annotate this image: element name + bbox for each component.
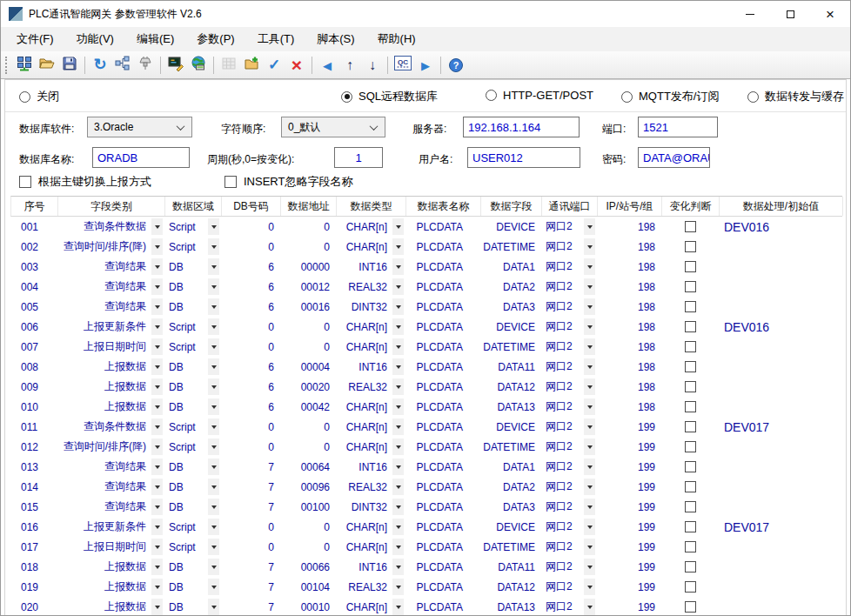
cell-data-type[interactable]: INT16	[336, 457, 405, 477]
cell-station[interactable]: 198	[597, 277, 661, 297]
cell-data-area[interactable]: DB	[164, 457, 221, 477]
cell-data-field[interactable]: DATA3	[480, 297, 541, 317]
cell-data-field[interactable]: DEVICE	[480, 217, 541, 237]
dropdown-button[interactable]	[392, 579, 404, 595]
cell-data-field[interactable]: DATA12	[480, 377, 541, 397]
dropdown-button[interactable]	[392, 559, 404, 575]
menu-item-help[interactable]: 帮助(H)	[366, 27, 427, 51]
toolbar-cancel-button[interactable]: ×	[285, 54, 308, 77]
cell-station[interactable]: 199	[597, 517, 661, 537]
cell-db-number[interactable]: 6	[221, 297, 280, 317]
cell-init-value[interactable]	[719, 497, 842, 517]
toolbar-folder-add-button[interactable]	[240, 54, 263, 77]
menu-item-tool[interactable]: 工具(T)	[246, 27, 306, 51]
cell-table-name[interactable]: PLCDATA	[405, 337, 480, 357]
cell-init-value[interactable]	[719, 277, 842, 297]
period-input[interactable]: 1	[334, 147, 383, 168]
change-checkbox[interactable]	[685, 581, 696, 593]
column-header[interactable]: 数据区域	[165, 197, 222, 216]
dropdown-button[interactable]	[584, 278, 595, 295]
cell-comm-port[interactable]: 网口2	[541, 377, 597, 397]
cell-data-address[interactable]: 00066	[280, 557, 336, 577]
dropdown-button[interactable]	[151, 539, 163, 555]
dropdown-button[interactable]	[208, 258, 219, 275]
dropdown-button[interactable]	[584, 579, 595, 595]
dropdown-button[interactable]	[584, 418, 595, 435]
cell-db-number[interactable]: 0	[221, 317, 280, 337]
cell-data-address[interactable]: 0	[280, 217, 336, 237]
cell-data-type[interactable]: CHAR[n]	[336, 337, 405, 357]
dropdown-button[interactable]	[208, 418, 219, 435]
dropdown-button[interactable]	[151, 278, 163, 295]
dropdown-button[interactable]	[151, 479, 163, 495]
dropdown-button[interactable]	[584, 559, 595, 575]
cell-data-field[interactable]: DEVICE	[480, 317, 541, 337]
cell-comm-port[interactable]: 网口2	[541, 237, 597, 257]
cell-comm-port[interactable]: 网口2	[541, 537, 597, 557]
dropdown-button[interactable]	[584, 338, 595, 355]
cell-init-value[interactable]	[719, 537, 842, 557]
cell-station[interactable]: 198	[597, 357, 661, 377]
cell-data-area[interactable]: Script	[164, 217, 221, 237]
cell-comm-port[interactable]: 网口2	[541, 277, 597, 297]
change-checkbox[interactable]	[685, 361, 696, 372]
cell-init-value[interactable]	[719, 297, 842, 317]
menu-item-param[interactable]: 参数(P)	[185, 27, 245, 51]
cell-station[interactable]: 199	[597, 477, 661, 497]
cell-comm-port[interactable]: 网口2	[541, 417, 597, 437]
cell-data-field[interactable]: DEVICE	[480, 417, 541, 437]
cell-data-type[interactable]: DINT32	[336, 297, 405, 317]
dropdown-button[interactable]	[208, 599, 219, 615]
dropdown-button[interactable]	[151, 398, 163, 415]
cell-field-category[interactable]: 上报数据	[57, 597, 164, 615]
cell-db-number[interactable]: 7	[221, 457, 280, 477]
cell-field-category[interactable]: 上报数据	[57, 357, 164, 377]
cell-data-area[interactable]: Script	[164, 417, 221, 437]
cell-init-value[interactable]	[719, 397, 842, 417]
cell-field-category[interactable]: 上报更新条件	[57, 517, 164, 537]
cell-station[interactable]: 198	[597, 317, 661, 337]
toolbar-open-button[interactable]	[36, 54, 58, 77]
cell-table-name[interactable]: PLCDATA	[405, 557, 480, 577]
cell-data-area[interactable]: Script	[164, 437, 221, 457]
dropdown-button[interactable]	[208, 398, 219, 415]
dropdown-button[interactable]	[208, 358, 219, 375]
cell-data-area[interactable]: DB	[164, 277, 221, 297]
cell-table-name[interactable]: PLCDATA	[405, 497, 480, 517]
cell-table-name[interactable]: PLCDATA	[405, 517, 480, 537]
toolbar-arrow-down-button[interactable]: ↓	[361, 54, 384, 77]
column-header[interactable]: 字段类别	[58, 197, 165, 216]
cell-data-type[interactable]: REAL32	[336, 577, 405, 597]
dropdown-button[interactable]	[208, 539, 219, 555]
cell-data-field[interactable]: DATA11	[480, 557, 541, 577]
dropdown-button[interactable]	[584, 499, 595, 515]
dropdown-button[interactable]	[151, 559, 163, 575]
dropdown-button[interactable]	[584, 459, 595, 475]
toolbar-save-button[interactable]	[58, 54, 81, 77]
toolbar-connect-button[interactable]	[13, 54, 36, 77]
cell-data-address[interactable]: 0	[280, 517, 336, 537]
cell-db-number[interactable]: 0	[221, 217, 280, 237]
column-header[interactable]: 序号	[11, 197, 58, 216]
cell-db-number[interactable]: 7	[221, 557, 280, 577]
cell-data-address[interactable]: 00096	[280, 477, 336, 497]
cell-init-value[interactable]	[719, 597, 842, 615]
char-order-select[interactable]: 0_默认	[281, 117, 385, 137]
cell-station[interactable]: 199	[597, 557, 661, 577]
dropdown-button[interactable]	[392, 499, 404, 515]
toolbar-play-button[interactable]: ▶	[414, 54, 437, 77]
cell-data-address[interactable]: 00020	[280, 377, 336, 397]
cell-db-number[interactable]: 0	[221, 417, 280, 437]
cell-data-area[interactable]: Script	[164, 517, 221, 537]
menu-item-edit[interactable]: 编辑(E)	[125, 27, 185, 51]
cell-station[interactable]: 198	[597, 397, 661, 417]
toolbar-monitor-edit-button[interactable]	[164, 54, 187, 77]
change-checkbox[interactable]	[685, 381, 696, 392]
cell-table-name[interactable]: PLCDATA	[405, 537, 480, 557]
dropdown-button[interactable]	[392, 298, 404, 315]
cell-data-address[interactable]: 0	[280, 337, 336, 357]
cell-init-value[interactable]: DEV017	[719, 417, 842, 437]
cell-data-address[interactable]: 0	[280, 537, 336, 557]
cell-db-number[interactable]: 6	[221, 397, 280, 417]
cell-table-name[interactable]: PLCDATA	[405, 277, 480, 297]
